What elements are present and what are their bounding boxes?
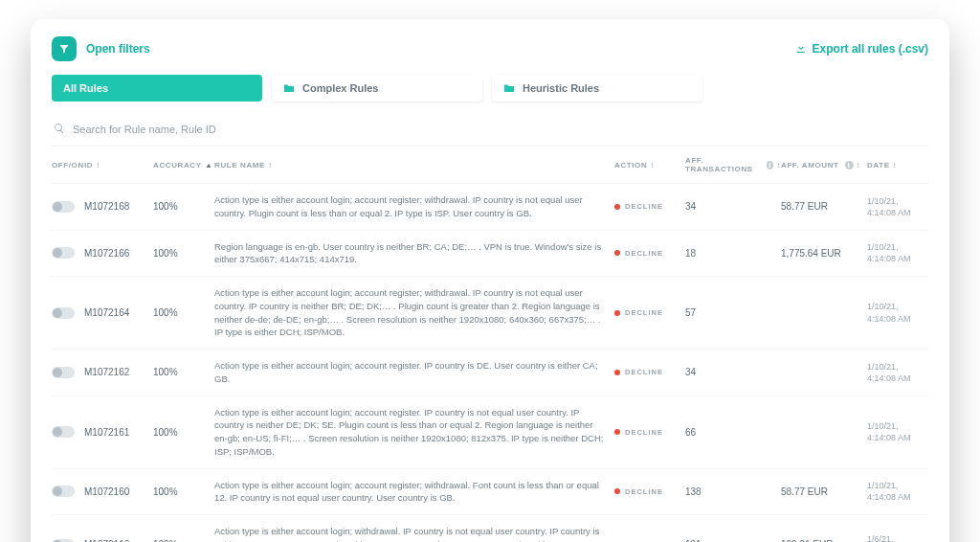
action-label: DECLINE: [625, 487, 663, 496]
table-body: M1072168 100% Action type is either acco…: [52, 184, 928, 542]
table-row: M1072113 100% Action type is either acco…: [52, 515, 928, 542]
cell-action: DECLINE: [614, 368, 685, 376]
rule-toggle[interactable]: [52, 247, 75, 259]
th-action[interactable]: ACTION: [614, 161, 685, 169]
cell-action: DECLINE: [614, 202, 685, 211]
cell-rule-name: Action type is either account login; acc…: [214, 359, 614, 386]
download-icon: [795, 42, 807, 56]
rules-panel: Open filters Export all rules (.csv) All…: [31, 19, 949, 542]
table-row: M1072164 100% Action type is either acco…: [52, 277, 928, 350]
cell-id: M1072161: [84, 427, 153, 438]
tab-label: Heuristic Rules: [523, 82, 599, 94]
cell-id: M1072160: [84, 486, 153, 497]
cell-date: 1/10/21, 4:14:08 AM: [867, 195, 928, 218]
cell-rule-name: Action type is either account login; wit…: [214, 525, 614, 542]
cell-accuracy: 100%: [153, 248, 214, 259]
cell-date: 1/10/21, 4:14:08 AM: [867, 420, 928, 443]
export-button[interactable]: Export all rules (.csv): [795, 42, 928, 56]
tab-heuristic-rules[interactable]: Heuristic Rules: [492, 75, 702, 102]
cell-aff-amt: 58.77 EUR: [781, 486, 867, 497]
cell-action: DECLINE: [614, 308, 685, 317]
status-dot-icon: [614, 488, 620, 494]
cell-accuracy: 100%: [153, 486, 214, 497]
cell-toggle: [52, 486, 84, 497]
th-rule-name[interactable]: RULE NAME: [214, 161, 614, 169]
table-row: M1072166 100% Region language is en-gb. …: [52, 231, 928, 278]
search-row: [52, 117, 928, 147]
cell-aff-tx: 34: [685, 201, 781, 212]
th-aff-tx[interactable]: AFF. TRANSACTIONSi: [685, 156, 781, 173]
cell-rule-name: Action type is either account login; acc…: [214, 193, 614, 220]
tab-complex-rules[interactable]: Complex Rules: [272, 75, 482, 102]
action-label: DECLINE: [625, 308, 663, 317]
cell-accuracy: 100%: [153, 307, 214, 318]
action-label: DECLINE: [625, 428, 663, 437]
cell-id: M1072162: [84, 367, 153, 377]
cell-aff-tx: 34: [685, 367, 781, 377]
table-row: M1072160 100% Action type is either acco…: [52, 469, 928, 516]
cell-id: M1072166: [84, 248, 153, 259]
cell-toggle: [52, 247, 84, 259]
topbar: Open filters Export all rules (.csv): [52, 36, 928, 61]
info-icon[interactable]: i: [767, 161, 774, 169]
search-input[interactable]: [73, 124, 926, 135]
folder-icon: [503, 83, 515, 93]
action-label: DECLINE: [625, 249, 663, 258]
open-filters-button[interactable]: Open filters: [52, 36, 150, 61]
cell-toggle: [52, 307, 84, 319]
cell-rule-name: Action type is either account login; acc…: [214, 479, 614, 506]
cell-date: 1/10/21, 4:14:08 AM: [867, 361, 928, 384]
cell-id: M1072168: [84, 201, 153, 212]
cell-accuracy: 100%: [153, 367, 214, 377]
th-accuracy[interactable]: ACCURACY: [153, 161, 214, 169]
status-dot-icon: [614, 370, 620, 375]
export-label: Export all rules (.csv): [813, 42, 928, 56]
th-id[interactable]: ID: [84, 161, 153, 169]
cell-accuracy: 100%: [153, 201, 214, 212]
cell-toggle: [52, 201, 84, 213]
cell-rule-name: Action type is either account login; acc…: [214, 286, 614, 339]
rule-toggle[interactable]: [52, 201, 75, 213]
cell-toggle: [52, 367, 84, 378]
status-dot-icon: [614, 429, 620, 435]
cell-date: 1/10/21, 4:14:08 AM: [867, 241, 928, 264]
cell-aff-tx: 18: [685, 248, 781, 259]
tab-all-rules[interactable]: All Rules: [52, 75, 262, 102]
cell-aff-tx: 66: [685, 427, 781, 438]
rule-toggle[interactable]: [52, 367, 75, 378]
cell-accuracy: 100%: [153, 427, 214, 438]
action-label: DECLINE: [625, 368, 663, 376]
rule-toggle[interactable]: [52, 486, 75, 497]
info-icon[interactable]: i: [845, 161, 854, 169]
tab-label: All Rules: [63, 82, 108, 94]
rule-toggle[interactable]: [52, 307, 75, 319]
th-toggle: OFF/ON: [52, 161, 84, 169]
cell-rule-name: Action type is either account login; acc…: [214, 406, 614, 459]
cell-aff-tx: 57: [685, 307, 781, 318]
status-dot-icon: [614, 310, 620, 316]
cell-action: DECLINE: [614, 487, 685, 496]
table-row: M1072168 100% Action type is either acco…: [52, 184, 928, 231]
action-label: DECLINE: [625, 202, 663, 211]
cell-rule-name: Region language is en-gb. User country i…: [214, 240, 614, 267]
rule-toggle[interactable]: [52, 426, 75, 438]
funnel-icon: [52, 36, 77, 61]
table-row: M1072161 100% Action type is either acco…: [52, 396, 928, 469]
status-dot-icon: [614, 250, 620, 256]
tabs: All Rules Complex Rules Heuristic Rules: [52, 75, 928, 102]
cell-id: M1072164: [84, 307, 153, 318]
cell-date: 1/10/21, 4:14:08 AM: [867, 480, 928, 503]
cell-date: 1/6/21, 12:57:24 AM: [867, 533, 928, 542]
cell-aff-amt: 1,775.64 EUR: [781, 248, 867, 259]
status-dot-icon: [614, 204, 620, 210]
search-icon: [54, 121, 65, 138]
table-header: OFF/ON ID ACCURACY RULE NAME ACTION AFF.…: [52, 147, 928, 184]
th-aff-amt[interactable]: AFF. AMOUNTi: [781, 161, 867, 169]
cell-action: DECLINE: [614, 249, 685, 258]
tab-label: Complex Rules: [302, 82, 378, 94]
cell-aff-tx: 138: [685, 486, 781, 497]
cell-date: 1/10/21, 4:14:08 AM: [867, 301, 928, 324]
cell-action: DECLINE: [614, 428, 685, 437]
th-date[interactable]: DATE: [867, 161, 928, 169]
table-row: M1072162 100% Action type is either acco…: [52, 350, 928, 396]
